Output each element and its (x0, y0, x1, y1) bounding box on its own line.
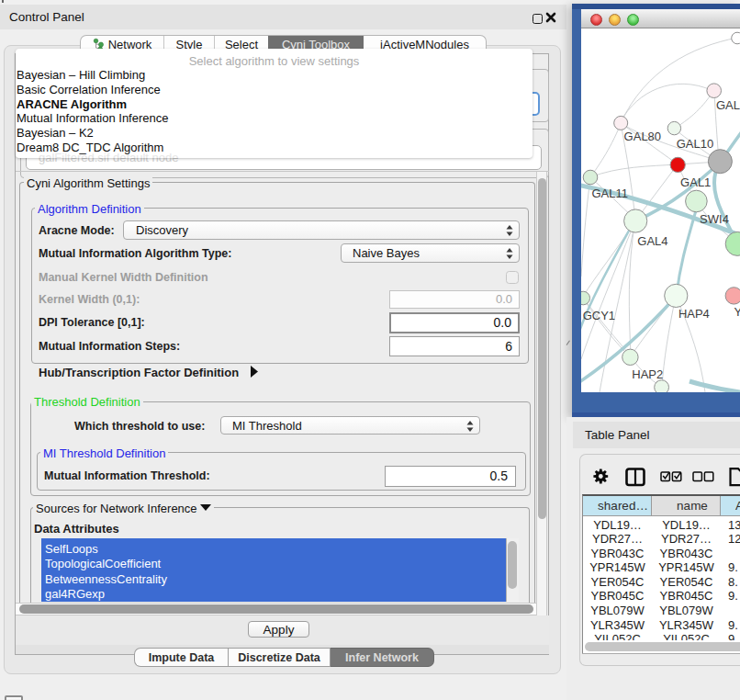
svg-text:HAP2: HAP2 (632, 367, 663, 381)
svg-text:GAL11: GAL11 (591, 186, 628, 200)
svg-text:SWI4: SWI4 (700, 212, 729, 226)
svg-text:GAL80: GAL80 (624, 130, 661, 143)
svg-text:HAP4: HAP4 (678, 307, 710, 321)
svg-text:GCY1: GCY1 (583, 309, 615, 322)
svg-text:GAL1: GAL1 (680, 175, 711, 189)
svg-text:GAL4: GAL4 (637, 234, 667, 248)
svg-text:Y: Y (734, 305, 740, 319)
svg-text:GAL10: GAL10 (677, 137, 713, 151)
svg-text:GAL7: GAL7 (716, 98, 740, 112)
